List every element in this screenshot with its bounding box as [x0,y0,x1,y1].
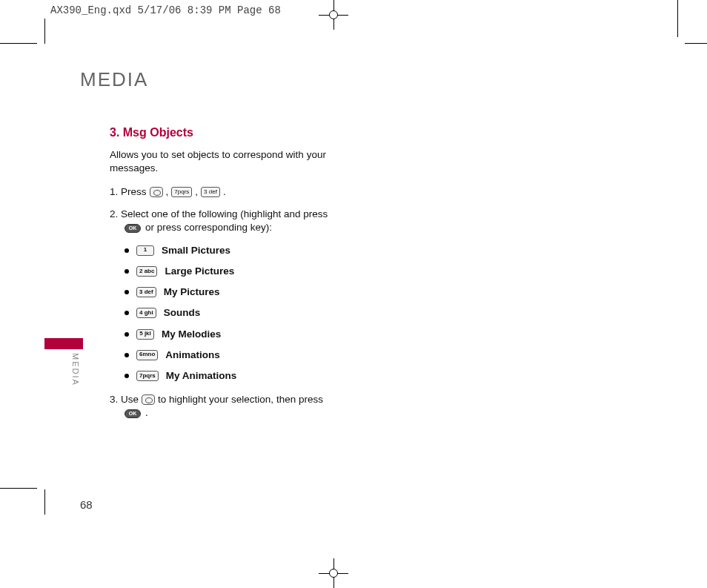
bullet-icon [125,311,129,315]
list-item: 7pqrs My Animations [125,369,376,383]
list-item: 4 ghi Sounds [125,306,376,320]
step-1: 1. Press , 7pqrs, 3 def. [110,185,376,199]
trim-mark [44,489,45,515]
option-label: My Animations [166,369,237,383]
section-title: 3. Msg Objects [110,125,376,141]
step-3: 3. Use to highlight your selection, then… [110,393,376,420]
menu-key-icon [150,187,163,197]
page-root: AX390_Eng.qxd 5/17/06 8:39 PM Page 68 ME… [0,0,707,588]
list-item: 5 jkl My Melodies [125,328,376,341]
step2-tail: or press corresponding key): [145,221,272,234]
print-header: AX390_Eng.qxd 5/17/06 8:39 PM Page 68 [50,4,281,16]
option-label: Sounds [164,306,201,320]
chapter-title: MEDIA [80,68,148,91]
list-item: 1 Small Pictures [125,244,376,257]
list-item: 3 def My Pictures [125,285,376,299]
list-item: 6mno Animations [125,348,376,362]
trim-mark [685,43,707,44]
ok-key-icon: OK [125,224,141,233]
trim-mark [0,43,37,44]
step3-suffix: to highlight your selection, then press [158,393,323,406]
key-3def-icon: 3 def [201,187,220,197]
ok-key-icon: OK [125,409,141,418]
key-5jkl-icon: 5 jkl [136,329,154,340]
step-2: 2. Select one of the following (highligh… [110,208,376,234]
key-7pqrs-icon: 7pqrs [171,187,192,197]
bullet-icon [125,290,129,294]
key-7pqrs-icon: 7pqrs [136,371,159,381]
option-label: My Pictures [164,285,220,299]
option-label: Small Pictures [162,244,230,257]
nav-key-icon [142,394,155,405]
step3-prefix: 3. Use [110,393,139,406]
list-item: 2 abc Large Pictures [125,265,376,278]
key-1-icon: 1 [136,245,154,256]
section-intro: Allows you to set objects to correspond … [110,148,376,175]
option-label: Animations [165,348,220,362]
content-block: 3. Msg Objects Allows you to set objects… [110,125,376,429]
options-list: 1 Small Pictures 2 abc Large Pictures 3 … [125,244,376,383]
trim-mark [677,0,678,37]
option-label: My Melodies [162,328,221,341]
key-6mno-icon: 6mno [136,350,158,360]
key-4ghi-icon: 4 ghi [136,308,156,318]
option-label: Large Pictures [165,265,234,278]
key-3def-icon: 3 def [136,287,156,297]
bullet-icon [125,374,129,378]
key-2abc-icon: 2 abc [136,266,157,277]
page-number: 68 [80,498,93,511]
bullet-icon [125,248,129,253]
trim-mark [0,488,37,489]
step2-text: 2. Select one of the following (highligh… [110,208,328,221]
step1-prefix: 1. Press [110,185,147,199]
trim-mark [44,19,45,44]
side-tab [44,338,83,349]
bullet-icon [125,353,129,357]
side-label: MEDIA [71,353,80,386]
bullet-icon [125,332,129,337]
bullet-icon [125,269,129,274]
